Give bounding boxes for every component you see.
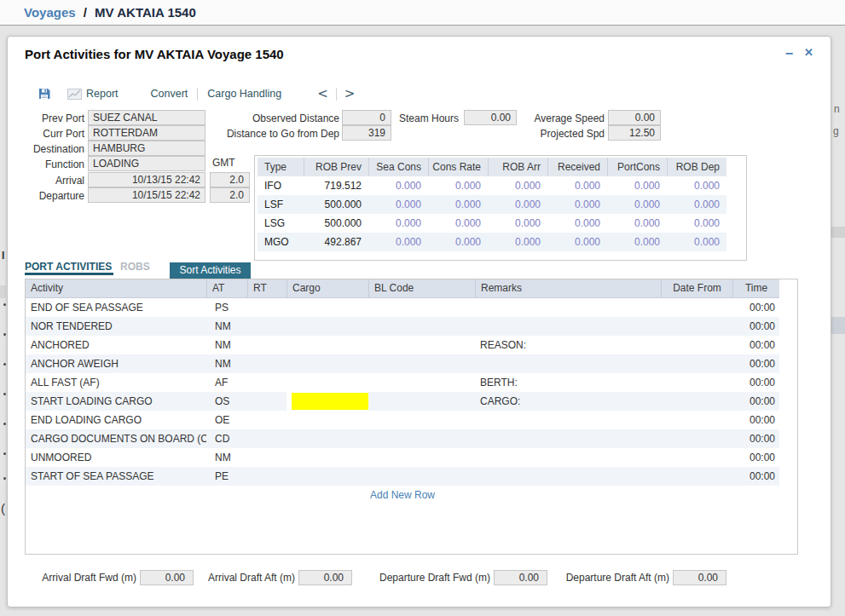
tab-robs[interactable]: ROBS <box>120 261 150 273</box>
remarks-cell[interactable]: BERTH: <box>475 373 661 392</box>
rob-value-cell[interactable]: 500.000 <box>304 214 368 233</box>
time-cell[interactable]: 00:00 <box>732 298 779 317</box>
table-row[interactable]: START LOADING CARGO OS CARGO: 00:00 <box>26 392 779 411</box>
destination-field[interactable]: HAMBURG <box>88 141 205 156</box>
projected-speed-field[interactable]: 12.50 <box>608 125 661 141</box>
remarks-cell[interactable]: REASON: <box>475 336 661 354</box>
prev-port-field[interactable]: SUEZ CANAL <box>88 110 205 125</box>
at-cell[interactable]: NM <box>206 317 247 336</box>
table-row[interactable]: NOR TENDERED NM 00:00 <box>26 317 779 336</box>
rob-value-cell[interactable]: 500.000 <box>304 195 368 214</box>
save-icon[interactable] <box>38 88 50 100</box>
rob-value-cell[interactable]: 0.000 <box>368 233 428 251</box>
table-row[interactable]: ANCHOR AWEIGH NM 00:00 <box>26 354 779 373</box>
table-row[interactable]: ANCHORED NM REASON: 00:00 <box>26 336 779 354</box>
rob-value-cell[interactable]: 0.000 <box>607 214 667 233</box>
cargo-cell-highlighted[interactable] <box>292 393 368 410</box>
cargo-handling-button[interactable]: Cargo Handling <box>207 88 281 100</box>
time-cell[interactable]: 00:00 <box>732 392 779 411</box>
remarks-cell[interactable] <box>475 467 661 486</box>
curr-port-field[interactable]: ROTTERDAM <box>88 125 205 141</box>
date-from-cell[interactable] <box>661 467 732 486</box>
remarks-cell[interactable] <box>475 411 661 429</box>
rob-value-cell[interactable]: 0.000 <box>667 195 726 214</box>
rob-value-cell[interactable]: 0.000 <box>368 214 428 233</box>
departure-draft-aft-field[interactable]: 0.00 <box>673 570 726 585</box>
rob-value-cell[interactable]: 0.000 <box>368 195 428 214</box>
cargo-cell[interactable] <box>286 298 368 317</box>
remarks-cell[interactable] <box>475 429 661 448</box>
bl-code-cell[interactable] <box>368 448 475 467</box>
table-row[interactable]: ALL FAST (AF) AF BERTH: 00:00 <box>26 373 779 392</box>
table-row[interactable]: END LOADING CARGO OE 00:00 <box>26 411 779 429</box>
arrival-datetime-field[interactable]: 10/13/15 22:42 <box>88 172 205 187</box>
time-cell[interactable]: 00:00 <box>732 317 779 336</box>
table-row[interactable]: END OF SEA PASSAGE PS 00:00 <box>26 298 779 317</box>
bl-code-cell[interactable] <box>368 392 475 411</box>
at-cell[interactable]: NM <box>206 448 247 467</box>
rt-cell[interactable] <box>247 373 286 392</box>
rt-cell[interactable] <box>247 336 286 354</box>
breadcrumb-voyages-link[interactable]: Voyages <box>24 5 76 20</box>
bl-code-cell[interactable] <box>368 336 475 354</box>
cargo-cell[interactable] <box>286 411 368 429</box>
remarks-cell[interactable] <box>475 354 661 373</box>
rt-cell[interactable] <box>247 411 286 429</box>
time-cell[interactable]: 00:00 <box>732 448 779 467</box>
rt-cell[interactable] <box>247 392 286 411</box>
rob-value-cell[interactable]: 0.000 <box>547 214 607 233</box>
distance-to-go-field[interactable]: 319 <box>342 125 391 141</box>
at-cell[interactable]: CD <box>206 429 247 448</box>
sort-activities-button[interactable]: Sort Activities <box>170 262 251 279</box>
function-field[interactable]: LOADING <box>88 156 205 171</box>
arrival-draft-aft-field[interactable]: 0.00 <box>298 570 352 585</box>
at-cell[interactable]: OE <box>206 411 247 429</box>
at-cell[interactable]: PS <box>206 298 247 317</box>
rob-value-cell[interactable]: 492.867 <box>304 233 368 251</box>
date-from-cell[interactable] <box>661 411 732 429</box>
rob-value-cell[interactable]: 0.000 <box>488 195 547 214</box>
cargo-cell[interactable] <box>286 429 368 448</box>
remarks-cell[interactable] <box>475 448 661 467</box>
cargo-cell[interactable] <box>286 373 368 392</box>
bl-code-cell[interactable] <box>368 354 475 373</box>
average-speed-field[interactable]: 0.00 <box>608 110 661 125</box>
steam-hours-field[interactable]: 0.00 <box>464 110 517 125</box>
bl-code-cell[interactable] <box>368 373 475 392</box>
bl-code-cell[interactable] <box>368 429 475 448</box>
rob-value-cell[interactable]: 0.000 <box>607 233 667 251</box>
rob-value-cell[interactable]: 0.000 <box>607 195 667 214</box>
date-from-cell[interactable] <box>661 354 732 373</box>
bl-code-cell[interactable] <box>368 317 475 336</box>
rob-value-cell[interactable]: 0.000 <box>428 233 488 251</box>
rob-value-cell[interactable]: 0.000 <box>428 214 488 233</box>
convert-button[interactable]: Convert <box>151 88 188 100</box>
time-cell[interactable]: 00:00 <box>732 336 779 354</box>
tab-port-activities[interactable]: PORT ACTIVITIES <box>25 261 112 273</box>
next-port-icon[interactable]: > <box>344 86 356 101</box>
rob-value-cell[interactable]: 0.000 <box>667 233 726 251</box>
rob-value-cell[interactable]: 0.000 <box>488 214 547 233</box>
arrival-gmt-field[interactable]: 2.0 <box>210 172 250 187</box>
cargo-cell[interactable] <box>286 467 368 486</box>
bl-code-cell[interactable] <box>368 411 475 429</box>
rt-cell[interactable] <box>247 317 286 336</box>
rt-cell[interactable] <box>247 448 286 467</box>
rob-value-cell[interactable]: 0.000 <box>488 176 547 195</box>
rt-cell[interactable] <box>247 298 286 317</box>
close-icon[interactable]: ✕ <box>804 46 813 59</box>
rob-value-cell[interactable]: 0.000 <box>607 176 667 195</box>
at-cell[interactable]: NM <box>206 336 247 354</box>
rt-cell[interactable] <box>247 467 286 486</box>
at-cell[interactable]: OS <box>206 392 247 411</box>
table-row[interactable]: CARGO DOCUMENTS ON BOARD (CD) CD 00:00 <box>26 429 779 448</box>
date-from-cell[interactable] <box>661 373 732 392</box>
table-row[interactable]: UNMOORED NM 00:00 <box>26 448 779 467</box>
cargo-cell[interactable] <box>286 448 368 467</box>
at-cell[interactable]: NM <box>206 354 247 373</box>
rob-value-cell[interactable]: 0.000 <box>488 233 547 251</box>
rt-cell[interactable] <box>247 429 286 448</box>
previous-port-icon[interactable]: < <box>317 86 328 101</box>
time-cell[interactable]: 00:00 <box>732 354 779 373</box>
at-cell[interactable]: AF <box>206 373 247 392</box>
